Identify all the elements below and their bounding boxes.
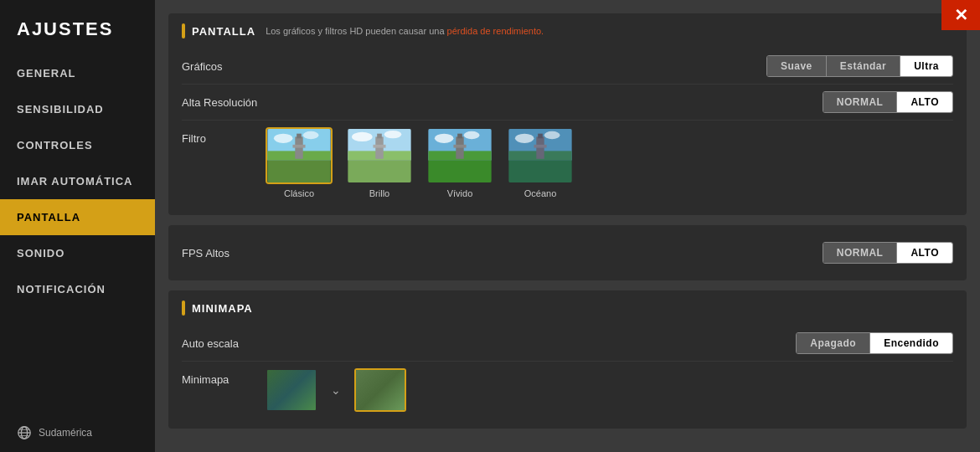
svg-point-9: [303, 131, 319, 139]
filter-thumb-brillo: [346, 127, 413, 184]
sidebar-item-sensibilidad[interactable]: SENSIBILIDAD: [0, 91, 155, 127]
alta-resolucion-btn-group: NORMAL ALTO: [823, 91, 953, 113]
filter-vivido-label: Vívido: [447, 188, 473, 198]
svg-point-33: [544, 131, 560, 139]
filter-oceano-label: Océano: [524, 188, 557, 198]
minimap-options: ⌄: [266, 368, 406, 412]
filter-brillo-label: Brillo: [369, 188, 389, 198]
filter-clasico-label: Clásico: [284, 188, 314, 198]
sidebar-item-general[interactable]: GENERAL: [0, 55, 155, 91]
close-icon: ✕: [954, 5, 968, 25]
sidebar-item-notificacion[interactable]: NOTIFICACIÓN: [0, 271, 155, 307]
fps-btn-group: NORMAL ALTO: [823, 242, 953, 264]
filter-thumb-vivido: [426, 127, 493, 184]
minimap-bg-1: [267, 370, 316, 410]
sidebar-item-imar[interactable]: IMAR AUTOMÁTICA: [0, 163, 155, 199]
graficos-label: Gráficos: [182, 60, 222, 73]
filter-thumb-clasico: [266, 127, 333, 184]
minimapa-title: MINIMAPA: [192, 302, 253, 315]
region-label: Sudamérica: [39, 427, 92, 439]
auto-escala-encendido-btn[interactable]: Encendido: [870, 333, 952, 353]
svg-rect-15: [348, 161, 410, 182]
sidebar-item-sonido[interactable]: SONIDO: [0, 235, 155, 271]
main-content: ✕ PANTALLA Los gráficos y filtros HD pue…: [155, 0, 980, 452]
svg-rect-23: [428, 161, 491, 182]
sidebar-item-controles[interactable]: CONTROLES: [0, 127, 155, 163]
sidebar-title: AJUSTES: [0, 8, 155, 55]
graficos-btn-group: Suave Estándar Ultra: [766, 55, 953, 77]
svg-point-32: [515, 134, 534, 143]
graficos-suave-btn[interactable]: Suave: [767, 56, 827, 76]
auto-escala-row: Auto escala Apagado Encendido: [182, 326, 953, 362]
svg-point-17: [384, 131, 402, 138]
minimap-thumb-1[interactable]: [266, 368, 317, 412]
sidebar-footer: Sudamérica: [0, 413, 155, 452]
svg-rect-36: [538, 134, 543, 139]
chevron-down-icon[interactable]: ⌄: [331, 383, 341, 397]
auto-escala-btn-group: Apagado Encendido: [796, 332, 953, 354]
svg-rect-28: [457, 134, 462, 139]
minimapa-row: Minimapa ⌄: [182, 362, 953, 419]
svg-point-8: [274, 134, 293, 143]
sidebar-item-pantalla[interactable]: PANTALLA: [0, 199, 155, 235]
sidebar: AJUSTES GENERAL SENSIBILIDAD CONTROLES I…: [0, 0, 155, 452]
pantalla-header: PANTALLA Los gráficos y filtros HD puede…: [182, 23, 953, 39]
close-button[interactable]: ✕: [941, 0, 980, 30]
svg-rect-7: [267, 161, 330, 182]
alta-resolucion-normal-btn[interactable]: NORMAL: [823, 92, 898, 112]
minimapa-section: MINIMAPA Auto escala Apagado Encendido M…: [168, 290, 967, 429]
alta-resolucion-alto-btn[interactable]: ALTO: [897, 92, 952, 112]
globe-icon: [17, 425, 32, 440]
minimap-bg-2: [356, 370, 405, 410]
graficos-estandar-btn[interactable]: Estándar: [827, 56, 900, 76]
svg-rect-19: [373, 145, 385, 148]
svg-point-25: [464, 131, 480, 139]
fps-row: FPS Altos NORMAL ALTO: [182, 235, 953, 270]
svg-rect-27: [453, 145, 466, 148]
filter-oceano[interactable]: Océano: [507, 127, 574, 198]
svg-rect-35: [534, 145, 546, 148]
graficos-ultra-btn[interactable]: Ultra: [900, 56, 952, 76]
pantalla-subtitle: Los gráficos y filtros HD pueden causar …: [266, 26, 544, 36]
auto-escala-apagado-btn[interactable]: Apagado: [797, 333, 870, 353]
filter-brillo[interactable]: Brillo: [346, 127, 413, 198]
section-bar: [182, 23, 185, 39]
alta-resolucion-row: Alta Resolución NORMAL ALTO: [182, 85, 953, 121]
filter-clasico[interactable]: Clásico: [266, 127, 333, 198]
graficos-row: Gráficos Suave Estándar Ultra: [182, 49, 953, 85]
auto-escala-label: Auto escala: [182, 337, 239, 350]
filter-vivido[interactable]: Vívido: [426, 127, 493, 198]
fps-section: FPS Altos NORMAL ALTO: [168, 225, 967, 280]
minimapa-header: MINIMAPA: [182, 300, 953, 316]
filtro-row: Filtro: [182, 121, 953, 205]
minimapa-label: Minimapa: [182, 368, 249, 386]
filtro-label: Filtro: [182, 127, 249, 145]
filter-thumb-oceano: [507, 127, 574, 184]
svg-rect-12: [297, 134, 302, 139]
svg-rect-20: [377, 134, 382, 139]
pantalla-title: PANTALLA: [192, 25, 255, 38]
svg-point-24: [435, 134, 454, 143]
svg-rect-11: [292, 145, 305, 148]
minimapa-bar: [182, 300, 185, 316]
fps-alto-btn[interactable]: ALTO: [897, 243, 952, 263]
filter-options: Clásico: [266, 127, 574, 198]
svg-point-16: [352, 132, 372, 141]
svg-rect-31: [508, 161, 571, 182]
pantalla-section: PANTALLA Los gráficos y filtros HD puede…: [168, 13, 967, 215]
alta-resolucion-label: Alta Resolución: [182, 96, 257, 109]
minimap-thumb-2[interactable]: [354, 368, 406, 412]
fps-normal-btn[interactable]: NORMAL: [823, 243, 898, 263]
fps-label: FPS Altos: [182, 247, 230, 259]
